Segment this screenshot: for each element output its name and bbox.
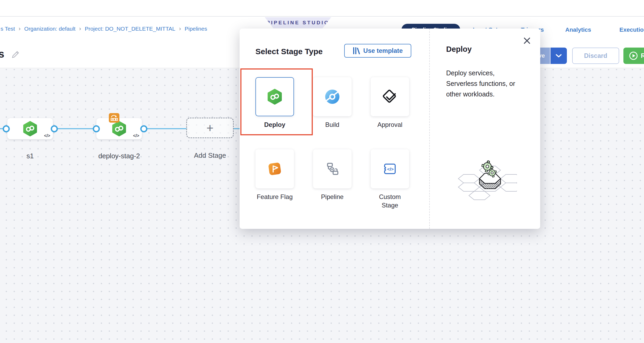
stage-label-s1: s1 (7, 152, 53, 160)
close-icon[interactable] (523, 37, 531, 45)
node-port[interactable] (3, 125, 10, 132)
rolling-deploy-icon (110, 114, 118, 122)
cd-stage-icon (111, 121, 127, 137)
breadcrumb-separator: › (15, 25, 24, 32)
breadcrumb: s Test›Organization: default›Project: DO… (1, 25, 207, 32)
modal-divider (429, 29, 430, 229)
deploy-illustration (451, 158, 517, 201)
pipeline-edge (57, 128, 94, 129)
chevron-down-icon (556, 54, 562, 58)
cd-stage-icon (22, 121, 38, 137)
stage-type-label-custom-stage: Custom Stage (370, 193, 410, 210)
stage-type-label-feature-flag: Feature Flag (255, 193, 295, 201)
breadcrumb-separator: › (175, 25, 185, 32)
stage-label-deploy-stag-2: deploy-stag-2 (87, 152, 151, 160)
add-stage-button[interactable]: + (186, 118, 234, 138)
stage-detail-description: Deploy services, Serverless functions, o… (446, 68, 524, 99)
discard-button[interactable]: Discard (572, 48, 619, 64)
pipeline-studio-badge: PIPELINE STUDIO (265, 17, 331, 28)
stage-type-card-approval[interactable] (371, 77, 409, 116)
top-bar (0, 0, 644, 17)
breadcrumb-pipeline[interactable]: Pipelines (185, 26, 207, 32)
stage-type-label-approval: Approval (370, 120, 410, 129)
breadcrumb-organization[interactable]: Organization: default (24, 26, 76, 32)
pipeline-name-partial: s (0, 48, 4, 60)
rolling-deployment-badge (109, 113, 119, 123)
template-library-icon (353, 47, 360, 55)
stage-type-card-feature-flag[interactable] (255, 149, 294, 188)
breadcrumb-project[interactable]: Project: DO_NOT_DELETE_MITTAL (85, 26, 175, 32)
node-port[interactable] (140, 125, 147, 132)
add-stage-label: Add Stage (186, 151, 234, 160)
tab-executions[interactable]: Executions (619, 26, 644, 33)
svg-text:</>: </> (387, 167, 394, 172)
plus-icon: + (207, 121, 214, 135)
use-template-label: Use template (363, 47, 403, 54)
feature-flag-stage-icon (267, 161, 283, 177)
tab-analytics[interactable]: Analytics (565, 26, 591, 33)
stage-detail-title: Deploy (446, 45, 472, 54)
breadcrumb-separator: › (76, 25, 85, 32)
deploy-stage-icon (267, 89, 283, 105)
custom-stage-icon: </> (382, 161, 398, 177)
stage-type-label-pipeline: Pipeline (312, 193, 352, 201)
node-yaml-glyph[interactable]: </> (133, 133, 139, 138)
approval-stage-icon (381, 88, 398, 105)
stage-type-label-deploy: Deploy (255, 120, 295, 129)
stage-type-card-pipeline[interactable] (313, 149, 352, 188)
save-options-button[interactable] (550, 48, 567, 64)
node-port[interactable] (51, 125, 58, 132)
stage-node-s1[interactable]: </> (7, 118, 53, 139)
run-button[interactable]: Run (623, 48, 644, 64)
modal-title: Select Stage Type (255, 47, 323, 56)
stage-type-card-build[interactable] (313, 77, 352, 116)
use-template-button[interactable]: Use template (344, 44, 411, 58)
stage-type-card-custom-stage[interactable]: </> (371, 149, 409, 188)
build-stage-icon (324, 89, 340, 105)
select-stage-type-modal: Select Stage Type Use template Deploy (240, 29, 540, 229)
node-yaml-glyph[interactable]: </> (44, 133, 50, 138)
play-icon (629, 51, 638, 61)
pipeline-stage-icon (324, 160, 341, 177)
stage-type-label-build: Build (312, 120, 352, 129)
pipeline-edge (146, 128, 187, 129)
breadcrumb-pipelines-list[interactable]: s Test (1, 26, 15, 32)
run-button-label: Run (641, 52, 644, 59)
stage-type-card-deploy[interactable] (255, 77, 294, 116)
node-port[interactable] (93, 125, 100, 132)
edit-pencil-icon[interactable] (11, 50, 20, 60)
